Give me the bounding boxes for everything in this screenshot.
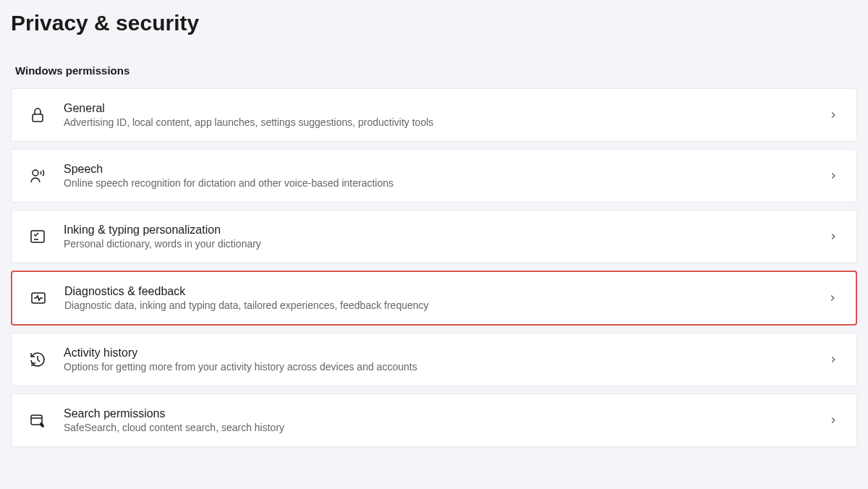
chevron-right-icon xyxy=(827,414,839,426)
svg-point-1 xyxy=(33,170,38,176)
svg-rect-2 xyxy=(31,231,44,242)
chevron-right-icon xyxy=(827,292,838,304)
card-content: Inking & typing personalization Personal… xyxy=(64,224,810,250)
speech-icon xyxy=(29,167,46,184)
section-header: Windows permissions xyxy=(15,64,857,77)
card-content: Speech Online speech recognition for dic… xyxy=(64,163,810,189)
settings-item-diagnostics-feedback[interactable]: Diagnostics & feedback Diagnostic data, … xyxy=(11,271,857,326)
card-description: SafeSearch, cloud content search, search… xyxy=(64,422,810,433)
card-content: Activity history Options for getting mor… xyxy=(64,346,810,373)
card-content: Search permissions SafeSearch, cloud con… xyxy=(64,407,810,433)
card-content: Diagnostics & feedback Diagnostic data, … xyxy=(64,285,809,311)
lock-icon xyxy=(29,106,46,124)
activity-history-icon xyxy=(29,351,46,368)
page-title: Privacy & security xyxy=(11,11,857,35)
card-content: General Advertising ID, local content, a… xyxy=(64,102,810,128)
card-description: Online speech recognition for dictation … xyxy=(64,177,810,189)
settings-item-speech[interactable]: Speech Online speech recognition for dic… xyxy=(11,149,857,203)
settings-item-activity-history[interactable]: Activity history Options for getting mor… xyxy=(11,333,857,386)
card-title: Search permissions xyxy=(64,407,810,420)
settings-card-list: General Advertising ID, local content, a… xyxy=(11,88,857,447)
chevron-right-icon xyxy=(827,170,839,182)
settings-item-inking-typing[interactable]: Inking & typing personalization Personal… xyxy=(11,210,857,263)
diagnostics-icon xyxy=(30,289,47,307)
card-title: Inking & typing personalization xyxy=(64,224,810,237)
inking-typing-icon xyxy=(29,228,46,245)
svg-rect-0 xyxy=(33,114,43,122)
chevron-right-icon xyxy=(827,109,839,121)
settings-item-search-permissions[interactable]: Search permissions SafeSearch, cloud con… xyxy=(11,394,857,447)
card-description: Personal dictionary, words in your dicti… xyxy=(64,238,810,250)
card-title: General xyxy=(64,102,810,115)
chevron-right-icon xyxy=(827,354,839,365)
card-description: Options for getting more from your activ… xyxy=(64,361,810,373)
card-description: Diagnostic data, inking and typing data,… xyxy=(64,299,809,311)
card-title: Speech xyxy=(64,163,810,176)
chevron-right-icon xyxy=(827,231,839,242)
privacy-security-page: Privacy & security Windows permissions G… xyxy=(0,0,868,447)
card-description: Advertising ID, local content, app launc… xyxy=(64,116,810,128)
card-title: Activity history xyxy=(64,346,810,360)
card-title: Diagnostics & feedback xyxy=(64,285,809,298)
settings-item-general[interactable]: General Advertising ID, local content, a… xyxy=(11,88,857,142)
search-permissions-icon xyxy=(29,412,46,429)
